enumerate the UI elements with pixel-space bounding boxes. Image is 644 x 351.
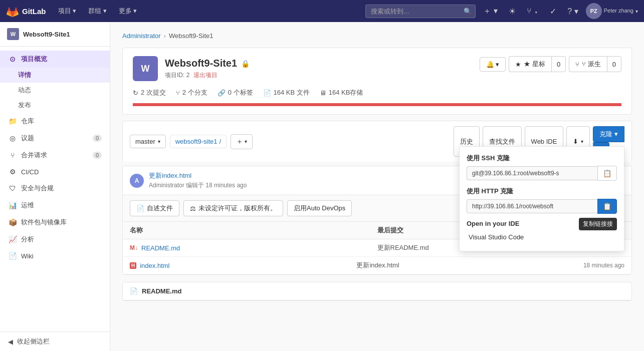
sidebar-item-wiki[interactable]: 📄 Wiki xyxy=(0,248,110,264)
sidebar-label-mr: 合并请求 xyxy=(21,151,47,160)
readme-header-label: README.md xyxy=(142,287,181,295)
files-stat: 📄 164 KB 文件 xyxy=(263,88,310,97)
readme-header-icon: 📄 xyxy=(130,287,138,295)
sidebar: W Websoft9-Site1 ⊙ 项目概览 详情 动态 发布 📁 仓库 xyxy=(0,22,110,351)
nav-more[interactable]: 更多 ▾ xyxy=(115,5,141,18)
copy-tooltip: 复制链接接 xyxy=(579,218,617,230)
vscode-option[interactable]: Visual Studio Code xyxy=(467,230,617,244)
project-header: W Websoft9-Site1 🔒 项目ID: 2 退出项目 🔔 ▾ xyxy=(122,48,632,115)
star-button[interactable]: ★ ★ 星标 xyxy=(509,56,551,72)
exit-project-link[interactable]: 退出项目 xyxy=(193,71,218,80)
license-button[interactable]: ⚖ 未设定许可证，版权所有。 xyxy=(183,200,283,216)
sidebar-label-analytics: 分析 xyxy=(21,235,34,244)
star-label: ★ 星标 xyxy=(524,60,545,69)
file-label-readme: README.md xyxy=(141,244,180,252)
commits-icon: ↻ xyxy=(133,89,138,97)
fork-count[interactable]: 0 xyxy=(607,56,621,72)
branches-stat: ⑂ 2 个分支 xyxy=(176,88,207,97)
path-breadcrumb: websoft9-site1 / xyxy=(170,135,227,148)
star-count[interactable]: 0 xyxy=(551,56,566,72)
cicd-icon: ⚙ xyxy=(8,168,17,176)
sidebar-label-ops: 运维 xyxy=(21,201,34,210)
project-name: Websoft9-Site1 xyxy=(165,58,237,69)
mr-nav-icon: ⑂ xyxy=(8,151,17,159)
sidebar-project-icon: W xyxy=(7,28,19,40)
user-menu[interactable]: PZ Peter zhang ▾ xyxy=(586,3,638,19)
project-stats: ↻ 2 次提交 ⑂ 2 个分支 🔗 0 个标签 📄 164 KB 文件 🖥 xyxy=(133,88,621,97)
path-separator: / xyxy=(220,138,222,145)
gitlab-logo[interactable]: GitLab xyxy=(6,5,46,18)
readme-header: 📄 README.md xyxy=(123,282,631,300)
http-url-input[interactable] xyxy=(467,199,597,213)
help-icon[interactable]: ? ▾ xyxy=(564,5,581,18)
nav-projects[interactable]: 项目 ▾ xyxy=(54,5,81,18)
notifications-button[interactable]: 🔔 ▾ xyxy=(480,57,506,72)
readme-button[interactable]: 📄 自述文件 xyxy=(130,200,179,216)
http-clone-row: 📋 复制链接接 xyxy=(467,199,617,214)
sidebar-item-overview[interactable]: ⊙ 项目概览 xyxy=(0,51,110,68)
project-avatar: W xyxy=(133,56,158,81)
breadcrumb-admin[interactable]: Administrator xyxy=(122,32,161,40)
ssh-copy-button[interactable]: 📋 xyxy=(597,166,617,181)
storage-icon: 🖥 xyxy=(320,89,326,97)
sidebar-item-analytics[interactable]: 📈 分析 xyxy=(0,231,110,248)
sidebar-item-mr[interactable]: ⑂ 合并请求 0 xyxy=(0,147,110,164)
branch-name: master xyxy=(135,138,155,145)
file-name-index[interactable]: H index.html xyxy=(130,262,356,269)
theme-toggle[interactable]: ☀ xyxy=(505,5,519,18)
sidebar-collapse-button[interactable]: ◀ 收起侧边栏 xyxy=(0,331,110,351)
search-input[interactable] xyxy=(365,5,476,18)
sidebar-item-security[interactable]: 🛡 安全与合规 xyxy=(0,180,110,197)
branches-icon: ⑂ xyxy=(176,89,180,97)
nav-groups[interactable]: 群组 ▾ xyxy=(84,5,111,18)
fork-icon: ⑂ xyxy=(575,61,579,68)
sidebar-project-header[interactable]: W Websoft9-Site1 xyxy=(0,22,110,47)
create-button[interactable]: ＋ ▾ xyxy=(480,4,501,19)
autodevops-button[interactable]: 启用Auto DevOps xyxy=(287,200,352,216)
sidebar-item-detail[interactable]: 详情 xyxy=(0,68,110,83)
sidebar-label-repo: 仓库 xyxy=(21,117,34,126)
fork-label: ⑂ 派生 xyxy=(582,60,601,69)
license-label: 未设定许可证，版权所有。 xyxy=(198,204,277,213)
file-label-index: index.html xyxy=(140,262,169,269)
wiki-icon: 📄 xyxy=(8,252,17,260)
breadcrumb-separator: › xyxy=(164,32,166,40)
add-file-button[interactable]: ＋ ▾ xyxy=(231,134,253,149)
file-name-readme[interactable]: M↓ README.md xyxy=(130,244,377,252)
sidebar-item-ops[interactable]: 📊 运维 xyxy=(0,197,110,214)
tag-icon: 🔗 xyxy=(218,89,226,97)
todo-icon[interactable]: ✓ xyxy=(546,5,560,18)
sidebar-label-detail: 详情 xyxy=(18,71,31,80)
readme-label: 自述文件 xyxy=(147,204,173,213)
progress-bar xyxy=(133,103,621,106)
md-icon: M↓ xyxy=(130,244,138,251)
http-copy-button[interactable]: 📋 xyxy=(597,199,617,214)
sidebar-label-cicd: CI/CD xyxy=(21,168,39,176)
branch-selector[interactable]: master ▾ xyxy=(130,135,166,148)
http-clone-title: 使用 HTTP 克隆 xyxy=(467,187,617,196)
sidebar-item-packages[interactable]: 📦 软件包与镜像库 xyxy=(0,214,110,231)
sidebar-item-release[interactable]: 发布 xyxy=(0,98,110,113)
sidebar-item-repo[interactable]: 📁 仓库 xyxy=(0,113,110,130)
repo-path-name: websoft9-site1 xyxy=(175,138,218,145)
ops-icon: 📊 xyxy=(8,201,17,209)
mr-icon[interactable]: ⑂ ▾ xyxy=(523,5,542,18)
clone-dropdown-wrap: 克隆 ▾ ▾ 使用 SSH 克隆 📋 使用 HTTP 克隆 📋 xyxy=(593,126,624,157)
clone-button[interactable]: 克隆 ▾ xyxy=(593,126,624,142)
collapse-icon: ◀ xyxy=(8,338,13,345)
plus-icon: ＋ xyxy=(236,137,243,146)
files-icon: 📄 xyxy=(263,89,271,97)
sidebar-project-name: Websoft9-Site1 xyxy=(23,31,70,38)
license-icon: ⚖ xyxy=(190,205,196,212)
fork-button[interactable]: ⑂ ⑂ 派生 xyxy=(569,56,607,72)
sidebar-item-issues[interactable]: ◎ 议题 0 xyxy=(0,130,110,147)
sidebar-item-activity[interactable]: 动态 xyxy=(0,83,110,98)
ssh-url-input[interactable] xyxy=(467,166,597,180)
file-time-index: 18 minutes ago xyxy=(583,262,624,269)
sidebar-item-cicd[interactable]: ⚙ CI/CD xyxy=(0,164,110,180)
clone-label: 克隆 ▾ xyxy=(599,130,618,139)
sidebar-label-issues: 议题 xyxy=(21,134,34,143)
home-icon: ⊙ xyxy=(8,55,17,63)
search-icon: 🔍 xyxy=(464,8,472,15)
sidebar-nav: ⊙ 项目概览 详情 动态 发布 📁 仓库 ◎ 议题 0 xyxy=(0,47,110,268)
